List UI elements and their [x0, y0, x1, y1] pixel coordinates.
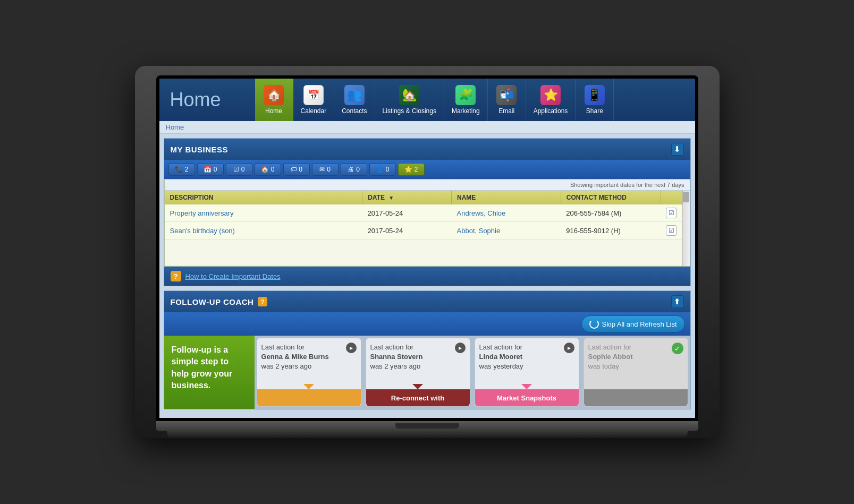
col-description: DESCRIPTION [165, 191, 362, 204]
card-abbot-check-btn[interactable]: ✓ [672, 343, 683, 354]
card-stovern-action-bar[interactable]: Re-connect with [366, 389, 470, 406]
nav-marketing[interactable]: 🧩 Marketing [444, 79, 488, 121]
nav-email[interactable]: 📬 Email [488, 79, 526, 121]
card-abbot-header-text: Last action for [588, 343, 632, 351]
laptop-screen: Home 🏠 Home 📅 Calendar 👥 Contacts [156, 75, 698, 421]
nav-applications[interactable]: ⭐ Applications [526, 79, 576, 121]
card-stovern-play-btn[interactable] [455, 343, 466, 353]
card-stovern-sub: was 2 years ago [370, 362, 421, 370]
table-scroll-area: DESCRIPTION DATE ▼ NAME CONTACT METHOD [165, 191, 682, 266]
card-abbot[interactable]: Last action for Sophie Abbot was today ✓ [584, 338, 688, 407]
card-mooret-action-bar[interactable]: Market Snapshots [475, 389, 579, 406]
toolbar-home[interactable]: 🏠 0 [255, 163, 281, 176]
toolbar-email[interactable]: ✉ 0 [312, 163, 339, 176]
nav-contacts[interactable]: 👥 Contacts [334, 79, 375, 121]
toolbar-calendar[interactable]: 📅 0 [197, 163, 224, 176]
nav-contacts-label: Contacts [342, 107, 367, 115]
nav-listings[interactable]: 🏡 Listings & Closings [375, 79, 444, 121]
toolbar-phone[interactable]: 📞 2 [168, 163, 195, 176]
promo-card: Follow-up is a simple step to help grow … [164, 336, 255, 409]
card-stovern-name: Shanna Stovern [370, 353, 423, 361]
col-name: NAME [452, 191, 561, 204]
card-mooret-play-btn[interactable] [564, 343, 574, 353]
scrollbar[interactable] [682, 191, 690, 266]
card-stovern-action-label: Re-connect with [391, 394, 444, 402]
table-row: Sean's birthday (son) 2017-05-24 Abbot, … [165, 222, 682, 240]
followup-toolbar: Skip All and Refresh List [164, 312, 690, 336]
cal-count: 0 [214, 166, 217, 173]
promo-text: Follow-up is a simple step to help grow … [172, 344, 247, 392]
card-abbot-name: Sophie Abbot [588, 353, 633, 361]
refresh-icon [589, 319, 599, 329]
name-1[interactable]: Andrews, Chloe [452, 204, 561, 222]
card-burns-play-btn[interactable] [346, 343, 357, 353]
contact-1: 206-555-7584 (M) [561, 204, 661, 222]
nav-share[interactable]: 📱 Share [576, 79, 614, 121]
card-burns-arrow [303, 384, 314, 389]
person-count: 0 [386, 166, 390, 173]
cards-row: Follow-up is a simple step to help grow … [164, 336, 690, 409]
toolbar-sold[interactable]: 🏷 0 [283, 163, 310, 176]
help-link[interactable]: How to Create Important Dates [185, 272, 281, 280]
share-icon: 📱 [585, 85, 605, 105]
laptop-base [156, 421, 698, 431]
action-icon-2[interactable]: ☑ [666, 225, 677, 236]
toolbar-star[interactable]: ⭐ 2 [398, 163, 425, 176]
action-1[interactable]: ☑ [661, 204, 682, 222]
toolbar-person[interactable]: 👤 0 [369, 163, 396, 176]
nav-home[interactable]: 🏠 Home [255, 79, 293, 121]
table-row: Property anniversary 2017-05-24 Andrews,… [165, 204, 682, 222]
nav-calendar[interactable]: 📅 Calendar [293, 79, 335, 121]
business-toolbar: 📞 2 📅 0 ☑ 0 [164, 160, 690, 179]
col-date[interactable]: DATE ▼ [362, 191, 452, 204]
desc-2[interactable]: Sean's birthday (son) [165, 222, 362, 240]
date-2: 2017-05-24 [362, 222, 452, 240]
card-burns-action-bar[interactable] [257, 389, 361, 406]
card-burns-sub: was 2 years ago [261, 362, 312, 370]
card-stovern[interactable]: Last action for Shanna Stovern was 2 yea… [366, 338, 470, 407]
card-mooret-name: Linda Mooret [479, 353, 523, 361]
empty-cell [165, 240, 682, 266]
contact-2: 916-555-9012 (H) [561, 222, 661, 240]
email2-icon: ✉ [319, 166, 325, 173]
laptop-hinge [395, 423, 459, 429]
my-business-header-actions: ⬇ [671, 143, 684, 156]
toolbar-tasks[interactable]: ☑ 0 [226, 163, 252, 176]
my-business-wrapper: MY BUSINESS ⬇ 📞 2 📅 [164, 138, 691, 286]
card-mooret-header: Last action for Linda Mooret was yesterd… [479, 343, 574, 372]
action-icon-1[interactable]: ☑ [666, 208, 677, 218]
nav-marketing-label: Marketing [452, 107, 480, 115]
followup-section: FOLLOW-UP COACH ? ⬆ Skip All and Refresh… [164, 291, 691, 409]
home2-count: 0 [271, 166, 275, 173]
breadcrumb: Home [159, 121, 695, 134]
card-abbot-action-bar [584, 389, 688, 406]
nav-applications-label: Applications [534, 107, 568, 115]
card-burns[interactable]: Last action for Genna & Mike Burns was 2… [257, 338, 361, 407]
followup-upload-btn[interactable]: ⬆ [671, 295, 684, 308]
desc-1[interactable]: Property anniversary [165, 204, 362, 222]
star-icon: ⭐ [404, 166, 412, 173]
my-business-title: MY BUSINESS [171, 145, 229, 154]
followup-title-group: FOLLOW-UP COACH ? [171, 297, 268, 306]
card-burns-header-text: Last action for [261, 343, 305, 351]
dates-table: DESCRIPTION DATE ▼ NAME CONTACT METHOD [165, 191, 682, 266]
toolbar-print[interactable]: 🖨 0 [341, 163, 367, 176]
card-mooret[interactable]: Last action for Linda Mooret was yesterd… [475, 338, 579, 407]
empty-row [165, 240, 682, 266]
refresh-list-button[interactable]: Skip All and Refresh List [581, 315, 685, 332]
card-stovern-header: Last action for Shanna Stovern was 2 yea… [370, 343, 466, 372]
name-2[interactable]: Abbot, Sophie [452, 222, 561, 240]
card-abbot-header: Last action for Sophie Abbot was today ✓ [588, 343, 683, 372]
scroll-thumb[interactable] [683, 192, 689, 202]
my-business-download-btn[interactable]: ⬇ [671, 143, 684, 156]
nav-items: 🏠 Home 📅 Calendar 👥 Contacts 🏡 Listings … [255, 79, 614, 121]
col-action [661, 191, 682, 204]
star-count: 2 [415, 166, 418, 173]
home-icon: 🏠 [264, 85, 284, 105]
followup-wrapper: FOLLOW-UP COACH ? ⬆ Skip All and Refresh… [164, 291, 691, 409]
card-burns-header: Last action for Genna & Mike Burns was 2… [261, 343, 357, 372]
phone-count: 2 [185, 166, 189, 173]
action-2[interactable]: ☑ [661, 222, 682, 240]
my-business-section: MY BUSINESS ⬇ 📞 2 📅 [164, 138, 691, 286]
nav-share-label: Share [586, 107, 603, 115]
